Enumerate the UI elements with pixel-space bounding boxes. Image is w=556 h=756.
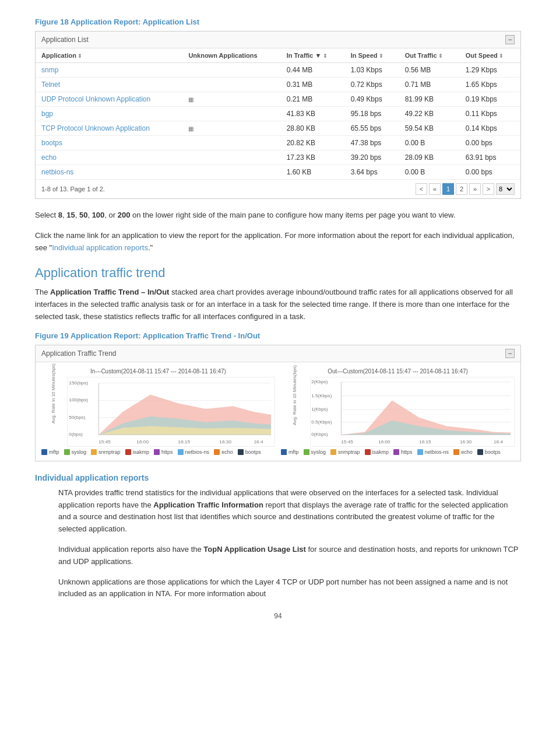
chart-panel-label: Application Traffic Trend [41,349,117,358]
legend-color [41,449,47,455]
legend-item: isakmp [365,449,389,455]
svg-text:16:30: 16:30 [460,439,471,444]
svg-text:1.5(Kbps): 1.5(Kbps) [311,394,332,398]
legend-label: snmptrap [338,449,360,455]
legend-label: snmptrap [98,449,121,455]
legend-color [281,449,287,455]
cell-in-traffic: 28.80 KB [281,121,345,136]
svg-text:16:4: 16:4 [254,440,264,444]
cell-out-traffic: 49.22 KB [399,107,460,121]
cell-app: echo [36,150,182,165]
panel-header: Application List − [36,32,520,48]
sub-body3: Unknown applications are those applicati… [58,576,521,601]
svg-text:1(Kbps): 1(Kbps) [311,407,328,411]
cell-app: UDP Protocol Unknown Application [36,92,182,107]
traffic-trend-panel: Application Traffic Trend − In---Custom(… [35,345,521,461]
cell-in-speed: 0.72 Kbps [345,78,399,92]
page-number: 94 [35,612,521,620]
svg-text:16:30: 16:30 [219,440,231,444]
right-chart-svg: 2(Kbps) 1.5(Kbps) 1(Kbps) 0.5(Kbps) 0(Kb… [311,377,514,446]
page-first[interactable]: < [416,183,427,195]
cell-app: snmp [36,63,182,78]
col-in-traffic[interactable]: In Traffic ▼ [281,48,345,63]
individual-app-reports-link[interactable]: Individual application reports [52,243,148,252]
legend-color [304,449,309,455]
page-2[interactable]: 2 [456,183,467,195]
app-name-link[interactable]: netbios-ns [41,168,73,176]
legend-label: syslog [72,449,87,455]
table-row: bootps 20.82 KB 47.38 bps 0.00 B 0.00 bp… [36,136,520,150]
svg-text:15:45: 15:45 [98,440,111,444]
table-footer: 1-8 of 13. Page 1 of 2. < « 1 2 » > 8 15… [36,179,520,198]
cell-in-speed: 95.18 bps [345,107,399,121]
legend-color [178,449,184,455]
app-name-link[interactable]: bootps [41,139,62,147]
panel-collapse-button[interactable]: − [505,35,515,44]
svg-text:16:00: 16:00 [378,439,390,444]
legend-color [125,449,131,455]
legend-color [365,449,371,455]
app-name-link[interactable]: echo [41,153,57,162]
legend-item: mftp [281,449,299,455]
legend-label: netbios-ns [185,449,210,455]
app-name-link[interactable]: TCP Protocol Unknown Application [41,124,150,132]
table-body: snmp 0.44 MB 1.03 Kbps 0.56 MB 1.29 Kbps… [36,63,520,180]
app-name-link[interactable]: UDP Protocol Unknown Application [41,95,150,103]
application-list-panel: Application List − Application Unknown A… [35,31,521,199]
svg-text:16:00: 16:00 [136,440,149,444]
cell-in-speed: 3.64 bps [345,165,399,180]
app-name-link[interactable]: snmp [41,66,58,74]
cell-app: bgp [36,107,182,121]
legend-item: snmptrap [91,449,121,455]
table-row: echo 17.23 KB 39.20 bps 28.09 KB 63.91 b… [36,150,520,165]
col-out-speed[interactable]: Out Speed [460,48,520,63]
legend-item: echo [453,449,473,455]
page-prev[interactable]: « [429,183,441,195]
cell-out-speed: 1.65 Kbps [460,78,520,92]
legend-item: netbios-ns [178,449,210,455]
legend-label: https [401,449,413,455]
left-chart-title: In---Custom(2014-08-11 15:47 --- 2014-08… [41,368,275,374]
cell-in-speed: 47.38 bps [345,136,399,150]
right-chart-wrapper: 2(Kbps) 1.5(Kbps) 1(Kbps) 0.5(Kbps) 0(Kb… [310,377,515,447]
cell-out-traffic: 0.56 MB [399,63,460,78]
app-name-link[interactable]: Telnet [41,80,60,89]
chart-collapse-button[interactable]: − [505,349,515,358]
table-row: snmp 0.44 MB 1.03 Kbps 0.56 MB 1.29 Kbps [36,63,520,78]
page-size-select[interactable]: 8 15 50 100 200 [496,183,515,195]
section-heading: Application traffic trend [35,265,521,281]
col-in-speed[interactable]: In Speed [345,48,399,63]
legend-color [477,449,483,455]
cell-out-traffic: 28.09 KB [399,150,460,165]
cell-in-speed: 39.20 bps [345,150,399,165]
legend-item: https [154,449,173,455]
pagination[interactable]: < « 1 2 » > 8 15 50 100 200 [416,183,515,195]
cell-out-speed: 0.19 Kbps [460,92,520,107]
legend-color [417,449,423,455]
app-name-link[interactable]: bgp [41,110,53,118]
left-chart-legend: mftpsyslogsnmptrapisakmphttpsnetbios-nse… [41,449,275,455]
cell-out-speed: 0.14 Kbps [460,121,520,136]
svg-text:100(bps): 100(bps) [69,398,88,402]
cell-app: bootps [36,136,182,150]
legend-label: bootps [485,449,501,455]
col-out-traffic[interactable]: Out Traffic [399,48,460,63]
legend-color [238,449,244,455]
page-next[interactable]: » [469,183,481,195]
cell-unknown [182,165,280,180]
page-last[interactable]: > [483,183,494,195]
svg-text:0(Kbps): 0(Kbps) [311,432,328,437]
legend-label: bootps [245,449,261,455]
page-1[interactable]: 1 [442,183,454,195]
col-application[interactable]: Application [36,48,182,63]
cell-out-speed: 0.00 bps [460,136,520,150]
para1: Select 8, 15, 50, 100, or 200 on the low… [35,209,521,222]
cell-unknown: ▦ [182,92,280,107]
cell-in-traffic: 0.31 MB [281,78,345,92]
cell-out-speed: 63.91 bps [460,150,520,165]
cell-out-traffic: 81.99 KB [399,92,460,107]
cell-in-traffic: 17.23 KB [281,150,345,165]
section-body: The Application Traffic Trend – In/Out s… [35,286,521,323]
legend-color [154,449,160,455]
figure19-title: Figure 19 Application Report: Applicatio… [35,331,521,340]
